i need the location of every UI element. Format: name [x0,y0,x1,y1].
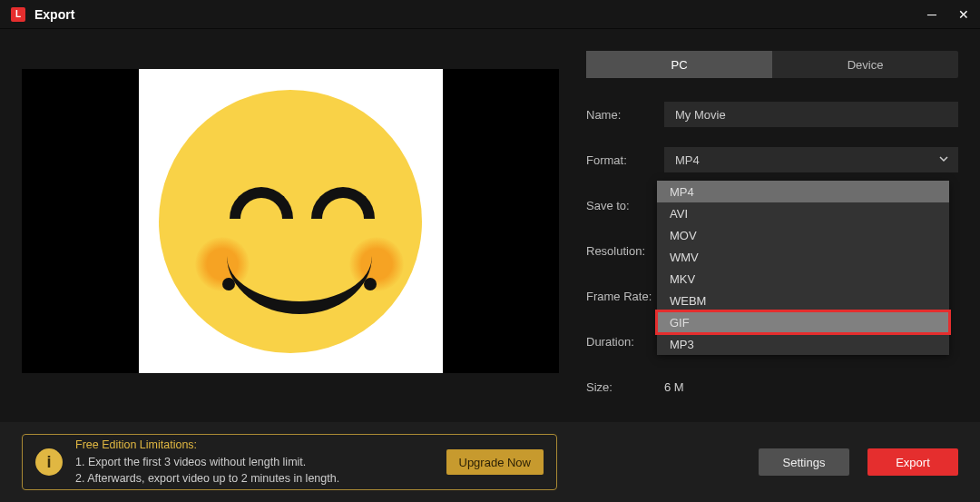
titlebar: L Export ─ ✕ [0,0,980,29]
resolution-label: Resolution: [586,244,664,258]
format-option-mkv[interactable]: MKV [657,268,949,290]
format-option-avi[interactable]: AVI [657,202,949,224]
settings-button[interactable]: Settings [759,448,849,476]
format-dropdown: MP4 AVI MOV WMV MKV WEBM GIF MP3 [657,181,949,355]
format-option-webm[interactable]: WEBM [657,290,949,311]
format-option-mp3[interactable]: MP3 [657,333,949,355]
video-preview [22,69,559,373]
name-label: Name: [586,108,664,122]
save-to-label: Save to: [586,199,664,212]
limitations-title: Free Edition Limitations: [75,437,434,454]
format-option-mov[interactable]: MOV [657,224,949,246]
platform-tabs: PC Device [586,51,958,78]
tab-pc[interactable]: PC [586,51,772,78]
format-value: MP4 [675,153,700,167]
info-icon: i [35,448,63,476]
chevron-down-icon [938,153,949,167]
limitations-line-1: 1. Export the first 3 videos without len… [75,454,434,471]
size-value: 6 M [664,380,958,394]
footer: i Free Edition Limitations: 1. Export th… [0,422,980,502]
size-label: Size: [586,380,664,394]
preview-image [139,69,443,373]
tab-device[interactable]: Device [772,51,958,78]
duration-label: Duration: [586,335,664,349]
format-label: Format: [586,153,664,167]
app-icon: L [11,7,25,22]
export-button[interactable]: Export [867,448,958,476]
close-button[interactable]: ✕ [958,7,969,22]
window-title: Export [34,7,927,22]
limitations-line-2: 2. Afterwards, export video up to 2 minu… [75,470,434,487]
format-select[interactable]: MP4 [664,147,958,172]
frame-rate-label: Frame Rate: [586,290,664,303]
format-option-mp4[interactable]: MP4 [657,181,949,202]
name-input[interactable] [664,102,958,127]
minimize-button[interactable]: ─ [927,7,936,22]
format-option-gif[interactable]: GIF [657,311,949,333]
limitations-box: i Free Edition Limitations: 1. Export th… [22,434,557,490]
upgrade-button[interactable]: Upgrade Now [446,449,544,475]
format-option-wmv[interactable]: WMV [657,246,949,268]
